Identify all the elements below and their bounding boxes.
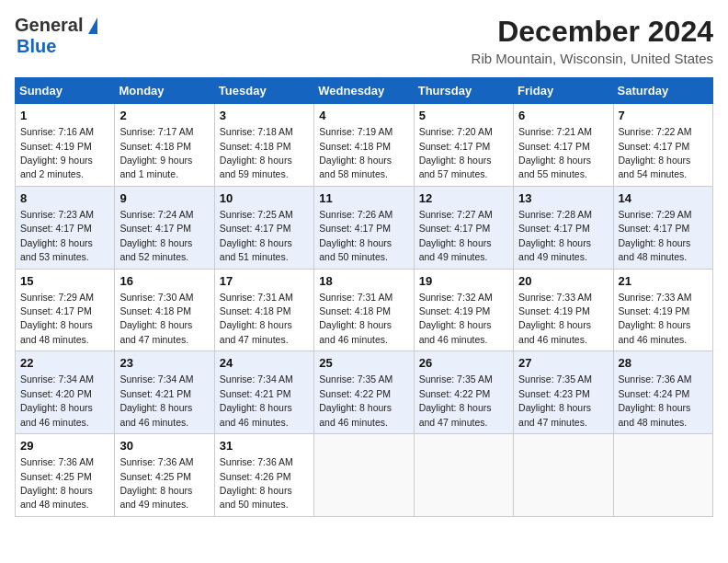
calendar-week-row: 1 Sunrise: 7:16 AMSunset: 4:19 PMDayligh… bbox=[16, 104, 713, 187]
day-info: Sunrise: 7:18 AMSunset: 4:18 PMDaylight:… bbox=[220, 126, 293, 179]
calendar-cell: 1 Sunrise: 7:16 AMSunset: 4:19 PMDayligh… bbox=[16, 104, 115, 187]
day-number: 6 bbox=[518, 108, 608, 124]
day-number: 21 bbox=[619, 273, 708, 290]
day-number: 12 bbox=[419, 190, 508, 207]
col-wednesday: Wednesday bbox=[314, 78, 414, 104]
calendar-cell: 30 Sunrise: 7:36 AMSunset: 4:25 PMDaylig… bbox=[115, 434, 214, 517]
day-number: 8 bbox=[20, 190, 109, 207]
day-number: 14 bbox=[619, 190, 708, 207]
calendar-week-row: 15 Sunrise: 7:29 AMSunset: 4:17 PMDaylig… bbox=[16, 269, 713, 351]
logo-general: General bbox=[15, 15, 83, 36]
day-number: 26 bbox=[419, 355, 508, 372]
day-info: Sunrise: 7:36 AMSunset: 4:25 PMDaylight:… bbox=[20, 456, 94, 510]
calendar-cell: 24 Sunrise: 7:34 AMSunset: 4:21 PMDaylig… bbox=[214, 351, 313, 434]
logo: General Blue bbox=[15, 15, 97, 57]
calendar-cell: 11 Sunrise: 7:26 AMSunset: 4:17 PMDaylig… bbox=[314, 186, 414, 269]
calendar-cell: 9 Sunrise: 7:24 AMSunset: 4:17 PMDayligh… bbox=[115, 186, 214, 269]
calendar-cell: 26 Sunrise: 7:35 AMSunset: 4:22 PMDaylig… bbox=[414, 351, 513, 434]
calendar-week-row: 8 Sunrise: 7:23 AMSunset: 4:17 PMDayligh… bbox=[16, 186, 713, 269]
calendar-header-row: Sunday Monday Tuesday Wednesday Thursday… bbox=[16, 78, 713, 104]
day-info: Sunrise: 7:34 AMSunset: 4:20 PMDaylight:… bbox=[20, 373, 94, 427]
col-sunday: Sunday bbox=[16, 78, 115, 104]
calendar-cell: 17 Sunrise: 7:31 AMSunset: 4:18 PMDaylig… bbox=[214, 269, 313, 351]
day-info: Sunrise: 7:27 AMSunset: 4:17 PMDaylight:… bbox=[419, 209, 493, 262]
day-info: Sunrise: 7:17 AMSunset: 4:18 PMDaylight:… bbox=[119, 126, 193, 179]
calendar-cell: 28 Sunrise: 7:36 AMSunset: 4:24 PMDaylig… bbox=[613, 351, 712, 434]
location-title: Rib Mountain, Wisconsin, United States bbox=[472, 51, 713, 66]
day-info: Sunrise: 7:28 AMSunset: 4:17 PMDaylight:… bbox=[518, 209, 592, 262]
day-info: Sunrise: 7:35 AMSunset: 4:23 PMDaylight:… bbox=[518, 373, 592, 427]
calendar-week-row: 29 Sunrise: 7:36 AMSunset: 4:25 PMDaylig… bbox=[16, 434, 713, 517]
day-info: Sunrise: 7:29 AMSunset: 4:17 PMDaylight:… bbox=[20, 292, 94, 345]
day-info: Sunrise: 7:21 AMSunset: 4:17 PMDaylight:… bbox=[518, 126, 592, 179]
calendar-cell: 16 Sunrise: 7:30 AMSunset: 4:18 PMDaylig… bbox=[115, 269, 214, 351]
day-info: Sunrise: 7:16 AMSunset: 4:19 PMDaylight:… bbox=[20, 126, 94, 179]
calendar-week-row: 22 Sunrise: 7:34 AMSunset: 4:20 PMDaylig… bbox=[16, 351, 713, 434]
day-info: Sunrise: 7:36 AMSunset: 4:25 PMDaylight:… bbox=[119, 456, 193, 510]
day-number: 1 bbox=[20, 108, 109, 124]
day-info: Sunrise: 7:33 AMSunset: 4:19 PMDaylight:… bbox=[518, 292, 592, 345]
calendar-cell: 4 Sunrise: 7:19 AMSunset: 4:18 PMDayligh… bbox=[314, 104, 414, 187]
day-number: 10 bbox=[220, 190, 309, 207]
calendar-cell: 29 Sunrise: 7:36 AMSunset: 4:25 PMDaylig… bbox=[16, 434, 115, 517]
day-number: 19 bbox=[419, 273, 508, 290]
day-info: Sunrise: 7:23 AMSunset: 4:17 PMDaylight:… bbox=[20, 209, 94, 262]
day-info: Sunrise: 7:34 AMSunset: 4:21 PMDaylight:… bbox=[220, 373, 293, 427]
calendar-cell: 6 Sunrise: 7:21 AMSunset: 4:17 PMDayligh… bbox=[514, 104, 613, 187]
calendar-cell: 10 Sunrise: 7:25 AMSunset: 4:17 PMDaylig… bbox=[214, 186, 313, 269]
calendar-cell: 12 Sunrise: 7:27 AMSunset: 4:17 PMDaylig… bbox=[414, 186, 513, 269]
calendar-cell: 25 Sunrise: 7:35 AMSunset: 4:22 PMDaylig… bbox=[314, 351, 414, 434]
day-number: 22 bbox=[20, 355, 109, 372]
day-number: 31 bbox=[220, 438, 309, 454]
calendar-cell: 8 Sunrise: 7:23 AMSunset: 4:17 PMDayligh… bbox=[16, 186, 115, 269]
col-friday: Friday bbox=[514, 78, 613, 104]
calendar-cell: 14 Sunrise: 7:29 AMSunset: 4:17 PMDaylig… bbox=[613, 186, 712, 269]
day-number: 27 bbox=[518, 355, 608, 372]
day-number: 3 bbox=[220, 108, 309, 124]
calendar-cell: 18 Sunrise: 7:31 AMSunset: 4:18 PMDaylig… bbox=[314, 269, 414, 351]
day-number: 16 bbox=[119, 273, 209, 290]
day-info: Sunrise: 7:30 AMSunset: 4:18 PMDaylight:… bbox=[119, 292, 193, 345]
day-number: 25 bbox=[319, 355, 408, 372]
calendar-cell: 2 Sunrise: 7:17 AMSunset: 4:18 PMDayligh… bbox=[115, 104, 214, 187]
day-number: 9 bbox=[119, 190, 209, 207]
day-info: Sunrise: 7:22 AMSunset: 4:17 PMDaylight:… bbox=[619, 126, 692, 179]
calendar-cell: 5 Sunrise: 7:20 AMSunset: 4:17 PMDayligh… bbox=[414, 104, 513, 187]
col-monday: Monday bbox=[115, 78, 214, 104]
calendar-cell: 22 Sunrise: 7:34 AMSunset: 4:20 PMDaylig… bbox=[16, 351, 115, 434]
calendar-cell: 15 Sunrise: 7:29 AMSunset: 4:17 PMDaylig… bbox=[16, 269, 115, 351]
day-info: Sunrise: 7:29 AMSunset: 4:17 PMDaylight:… bbox=[619, 209, 692, 262]
day-number: 24 bbox=[220, 355, 309, 372]
calendar-cell: 31 Sunrise: 7:36 AMSunset: 4:26 PMDaylig… bbox=[214, 434, 313, 517]
day-number: 2 bbox=[119, 108, 209, 124]
day-info: Sunrise: 7:31 AMSunset: 4:18 PMDaylight:… bbox=[319, 292, 392, 345]
day-number: 28 bbox=[619, 355, 708, 372]
header: General Blue December 2024 Rib Mountain,… bbox=[15, 15, 713, 66]
col-saturday: Saturday bbox=[613, 78, 712, 104]
day-number: 7 bbox=[619, 108, 708, 124]
calendar-cell: 27 Sunrise: 7:35 AMSunset: 4:23 PMDaylig… bbox=[514, 351, 613, 434]
day-number: 13 bbox=[518, 190, 608, 207]
day-info: Sunrise: 7:31 AMSunset: 4:18 PMDaylight:… bbox=[220, 292, 293, 345]
day-info: Sunrise: 7:35 AMSunset: 4:22 PMDaylight:… bbox=[319, 373, 392, 427]
day-number: 18 bbox=[319, 273, 408, 290]
day-number: 29 bbox=[20, 438, 109, 454]
day-number: 30 bbox=[119, 438, 209, 454]
calendar-cell: 3 Sunrise: 7:18 AMSunset: 4:18 PMDayligh… bbox=[214, 104, 313, 187]
day-info: Sunrise: 7:25 AMSunset: 4:17 PMDaylight:… bbox=[220, 209, 293, 262]
calendar-cell: 13 Sunrise: 7:28 AMSunset: 4:17 PMDaylig… bbox=[514, 186, 613, 269]
day-info: Sunrise: 7:26 AMSunset: 4:17 PMDaylight:… bbox=[319, 209, 392, 262]
day-number: 5 bbox=[419, 108, 508, 124]
logo-triangle-icon bbox=[88, 17, 97, 34]
day-number: 15 bbox=[20, 273, 109, 290]
calendar-cell: 21 Sunrise: 7:33 AMSunset: 4:19 PMDaylig… bbox=[613, 269, 712, 351]
day-info: Sunrise: 7:32 AMSunset: 4:19 PMDaylight:… bbox=[419, 292, 493, 345]
day-info: Sunrise: 7:20 AMSunset: 4:17 PMDaylight:… bbox=[419, 126, 493, 179]
day-info: Sunrise: 7:34 AMSunset: 4:21 PMDaylight:… bbox=[119, 373, 193, 427]
day-number: 11 bbox=[319, 190, 408, 207]
calendar-cell bbox=[613, 434, 712, 517]
calendar-cell: 23 Sunrise: 7:34 AMSunset: 4:21 PMDaylig… bbox=[115, 351, 214, 434]
calendar-cell: 19 Sunrise: 7:32 AMSunset: 4:19 PMDaylig… bbox=[414, 269, 513, 351]
day-info: Sunrise: 7:33 AMSunset: 4:19 PMDaylight:… bbox=[619, 292, 692, 345]
calendar-table: Sunday Monday Tuesday Wednesday Thursday… bbox=[15, 77, 713, 517]
